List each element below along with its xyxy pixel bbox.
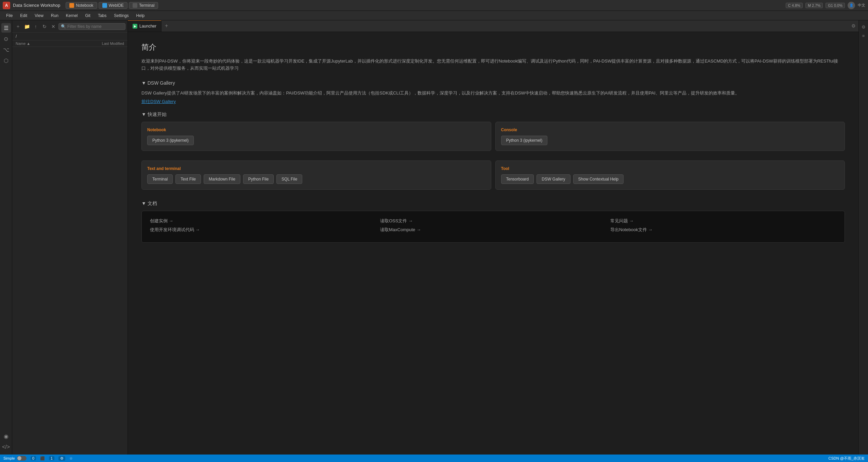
sidebar-toolbar: ＋ 📁 ↑ ↻ ✕ 🔍 <box>12 20 127 33</box>
menu-file[interactable]: File <box>3 12 16 19</box>
settings-status-icon[interactable]: ⚙ <box>58 456 65 461</box>
gallery-header-label: ▼ DSW Gallery <box>141 80 175 86</box>
text-terminal-card: Text and terminal Terminal Text File Mar… <box>141 160 491 190</box>
cpu-badge: C 4.8% <box>786 3 803 8</box>
console-card: Console Python 3 (ipykernel) <box>495 122 845 151</box>
lang-selector[interactable]: 中文 <box>858 3 865 8</box>
text-terminal-btn-row: Terminal Text File Markdown File Python … <box>147 174 486 184</box>
search-input[interactable] <box>67 24 123 29</box>
show-contextual-help-button[interactable]: Show Contextual Help <box>573 174 624 184</box>
toggle-thumb <box>17 456 21 460</box>
launcher-content: 简介 欢迎来到PAI-DSW，你将迎来一段奇妙的代码体验，这是一款云端机器学习开… <box>128 32 858 455</box>
right-settings-icon[interactable]: ⚙ <box>860 23 867 31</box>
upload-button[interactable]: ↑ <box>32 23 39 30</box>
toggle-track[interactable] <box>17 456 27 461</box>
statusbar-right-text: CSDN @不雨_赤溟渱 <box>828 456 865 461</box>
activity-search[interactable]: ⊙ <box>1 34 11 44</box>
tab-webide[interactable]: WebIDE <box>99 2 127 9</box>
tab-bar: ▶ Launcher + ⚙ <box>128 20 858 32</box>
add-tab-button[interactable]: + <box>161 20 171 32</box>
dsw-gallery-button[interactable]: DSW Gallery <box>537 174 570 184</box>
memory-badge: M 2.7% <box>805 3 823 8</box>
menu-run[interactable]: Run <box>48 12 62 19</box>
kernel-indicator: ⬛ <box>40 456 45 461</box>
tab-terminal[interactable]: Terminal <box>129 2 158 9</box>
breadcrumb-root[interactable]: / <box>16 34 17 39</box>
file-list-header: Name ▲ Last Modified <box>12 40 127 47</box>
doc-faq[interactable]: 常见问题 → <box>610 218 836 224</box>
console-label: Console <box>501 127 839 132</box>
sidebar: ＋ 📁 ↑ ↻ ✕ 🔍 / Name ▲ Last Modified <box>12 20 128 455</box>
terminal-button[interactable]: Terminal <box>147 174 173 184</box>
intro-title: 简介 <box>141 42 845 52</box>
menu-kernel[interactable]: Kernel <box>63 12 81 19</box>
tab-settings-button[interactable]: ⚙ <box>849 20 858 32</box>
menu-tabs[interactable]: Tabs <box>95 12 110 19</box>
new-folder-button[interactable]: 📁 <box>23 23 31 30</box>
terminal-count-badge: 1 <box>49 456 54 460</box>
sql-file-button[interactable]: SQL File <box>276 174 302 184</box>
simple-mode-toggle[interactable]: Simple <box>3 456 27 461</box>
text-file-button[interactable]: Text File <box>175 174 201 184</box>
console-btn-row: Python 3 (ipykernel) <box>501 136 839 145</box>
content-area: ▶ Launcher + ⚙ 简介 欢迎来到PAI-DSW，你将迎来一段奇妙的代… <box>128 20 858 455</box>
text-terminal-label: Text and terminal <box>147 166 486 171</box>
python-file-button[interactable]: Python File <box>243 174 274 184</box>
clear-button[interactable]: ✕ <box>50 23 57 30</box>
column-modified[interactable]: Last Modified <box>83 41 124 46</box>
gallery-section-header[interactable]: ▼ DSW Gallery <box>141 80 845 86</box>
menu-edit[interactable]: Edit <box>17 12 31 19</box>
avatar[interactable]: 👤 <box>848 2 855 9</box>
dsw-gallery-link[interactable]: 前往DSW Gallery <box>141 99 176 104</box>
tab-notebook[interactable]: Notebook <box>66 2 97 9</box>
refresh-button[interactable]: ↻ <box>41 23 48 30</box>
tensorboard-button[interactable]: Tensorboard <box>501 174 534 184</box>
file-list <box>12 47 127 455</box>
doc-read-oss[interactable]: 读取OSS文件 → <box>380 218 606 224</box>
sort-arrow-icon: ▲ <box>27 41 30 46</box>
tab-launcher[interactable]: ▶ Launcher <box>128 20 161 32</box>
menu-git[interactable]: Git <box>82 12 94 19</box>
terminal-icon <box>133 3 137 8</box>
notebook-card: Notebook Python 3 (ipykernel) <box>141 122 491 151</box>
quick-start-header[interactable]: ▼ 快速开始 <box>141 112 845 118</box>
webide-icon <box>102 3 107 8</box>
activity-code[interactable]: </> <box>1 442 11 452</box>
activity-extensions[interactable]: ⬡ <box>1 56 11 65</box>
star-icon: ☆ <box>69 456 73 461</box>
quick-start-grid: Notebook Python 3 (ipykernel) Console Py… <box>141 122 845 195</box>
menu-settings[interactable]: Settings <box>110 12 132 19</box>
docs-col2: 读取OSS文件 → 读取MaxCompute → <box>380 218 606 236</box>
tool-btn-row: Tensorboard DSW Gallery Show Contextual … <box>501 174 839 184</box>
doc-create-instance[interactable]: 创建实例 → <box>150 218 376 224</box>
activity-git[interactable]: ⌥ <box>1 45 11 54</box>
markdown-file-button[interactable]: Markdown File <box>204 174 240 184</box>
titlebar: A Data Science Workshop Notebook WebIDE … <box>0 0 868 11</box>
doc-export-notebook[interactable]: 导出Notebook文件 → <box>610 227 836 233</box>
doc-debug-code[interactable]: 使用开发环境调试代码 → <box>150 227 376 233</box>
right-sidebar: ⚙ ≡ <box>858 20 868 455</box>
statusbar: Simple 0 ⬛ 1 ⚙ ☆ CSDN @不雨_赤溟渱 <box>0 455 868 462</box>
tool-label: Tool <box>501 166 839 171</box>
menu-view[interactable]: View <box>31 12 47 19</box>
new-file-button[interactable]: ＋ <box>14 23 22 30</box>
docs-grid: 创建实例 → 使用开发环境调试代码 → 读取OSS文件 → 读取MaxCompu… <box>150 218 836 236</box>
notebook-btn-row: Python 3 (ipykernel) <box>147 136 486 145</box>
activity-jobs[interactable]: ◉ <box>1 431 11 441</box>
column-name[interactable]: Name ▲ <box>16 41 83 46</box>
right-extension-icon[interactable]: ≡ <box>860 32 867 39</box>
docs-header-label: ▼ 文档 <box>141 201 157 207</box>
titlebar-tabs: Notebook WebIDE Terminal <box>66 2 158 9</box>
app-logo: A <box>3 2 10 9</box>
menu-help[interactable]: Help <box>133 12 148 19</box>
console-python3-button[interactable]: Python 3 (ipykernel) <box>501 136 548 145</box>
activity-bar: ☰ ⊙ ⌥ ⬡ ◉ </> <box>0 20 12 455</box>
docs-header[interactable]: ▼ 文档 <box>141 201 845 207</box>
tool-card: Tool Tensorboard DSW Gallery Show Contex… <box>495 160 845 190</box>
notebook-python3-button[interactable]: Python 3 (ipykernel) <box>147 136 194 145</box>
activity-files[interactable]: ☰ <box>1 23 11 33</box>
breadcrumb: / <box>12 33 127 40</box>
launcher-icon: ▶ <box>133 24 137 29</box>
doc-read-maxcompute[interactable]: 读取MaxCompute → <box>380 227 606 233</box>
search-box: 🔍 <box>58 23 125 30</box>
